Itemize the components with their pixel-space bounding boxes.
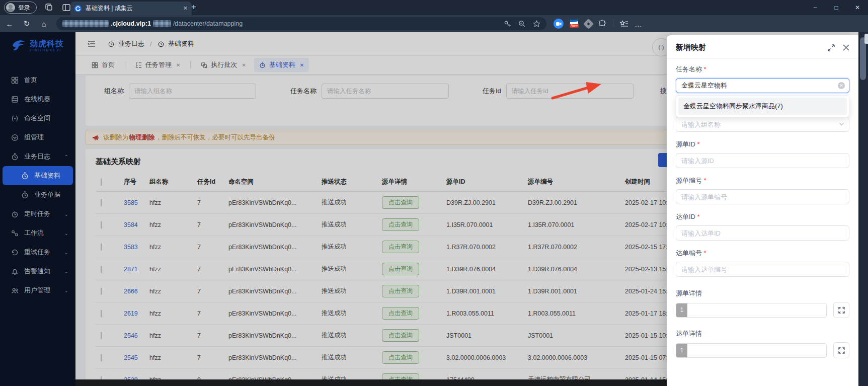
- autocomplete-option[interactable]: 金蝶云星空物料同步聚水潭商品(7): [678, 98, 847, 115]
- drawer-target-id-input[interactable]: [676, 225, 849, 241]
- group-select[interactable]: [676, 117, 849, 132]
- target-detail-label: 达单详情: [676, 329, 849, 338]
- browser-tab[interactable]: 基础资料 | 成集云 ✕: [70, 2, 192, 15]
- gray-extension-icon[interactable]: [583, 18, 594, 29]
- clear-input-icon[interactable]: ✕: [838, 82, 845, 89]
- login-label: 登录: [18, 4, 30, 12]
- zoom-out-icon[interactable]: [518, 20, 526, 28]
- source-id-label: 源单ID: [676, 140, 849, 149]
- browser-tabstrip: 登录 基础资料 | 成集云 ✕ + – □ ✕: [0, 0, 868, 15]
- task-name-label: 任务名称: [676, 65, 849, 74]
- url-censored-block: [62, 20, 109, 27]
- tab-close-icon[interactable]: ✕: [183, 5, 188, 12]
- window-minimize-button[interactable]: –: [805, 0, 826, 15]
- extensions-puzzle-icon[interactable]: [598, 20, 607, 28]
- clipped-extension-icon: [864, 34, 868, 44]
- drawer-task-name-input[interactable]: [676, 78, 849, 93]
- window-maximize-button[interactable]: □: [826, 0, 847, 15]
- line-number: 1: [676, 344, 687, 357]
- target-no-label: 达单编号: [676, 249, 849, 258]
- chevron-down-icon: [839, 121, 844, 127]
- browser-toolbar: ← ↻ ⌂ .cjcloud.vip:1 /datacenter/datamap…: [0, 15, 868, 32]
- add-mapping-drawer: 新增映射 任务名称 ✕ 金蝶云星空物料同步聚水潭商品(7): [667, 35, 858, 386]
- url-host: .cjcloud.vip:1: [111, 20, 151, 27]
- password-key-icon[interactable]: [504, 20, 511, 28]
- expand-drawer-icon[interactable]: [828, 44, 835, 51]
- source-detail-label: 源单详情: [676, 289, 849, 298]
- browser-profile-button[interactable]: 登录: [4, 2, 37, 14]
- favorites-bar-icon[interactable]: [619, 20, 628, 28]
- drawer-title: 新增映射: [676, 43, 820, 52]
- drawer-target-no-input[interactable]: [676, 262, 849, 277]
- new-tab-button[interactable]: +: [191, 2, 196, 12]
- meeting-extension-icon[interactable]: [554, 19, 564, 29]
- site-favicon: [74, 5, 82, 12]
- back-button[interactable]: ←: [2, 20, 17, 28]
- url-path: /datacenter/datamapping: [173, 20, 243, 27]
- screen: 登录 基础资料 | 成集云 ✕ + – □ ✕ ← ↻ ⌂: [0, 0, 868, 386]
- avatar: [6, 3, 15, 12]
- drawer-source-id-input[interactable]: [676, 153, 849, 168]
- vertical-tabs-icon[interactable]: [62, 3, 71, 12]
- favorite-star-icon[interactable]: [533, 20, 540, 28]
- line-number: 1: [676, 303, 687, 317]
- close-drawer-icon[interactable]: [843, 44, 849, 51]
- target-id-label: 达单ID: [676, 212, 849, 221]
- drawer-source-no-input[interactable]: [676, 189, 849, 204]
- home-button[interactable]: ⌂: [36, 20, 51, 28]
- autocomplete-dropdown: 金蝶云星空物料同步聚水潭商品(7): [676, 95, 849, 117]
- expand-target-detail-button[interactable]: [833, 342, 849, 358]
- more-menu-icon[interactable]: …: [635, 20, 642, 28]
- annotation-arrow: [551, 78, 604, 101]
- url-bar[interactable]: .cjcloud.vip:1 /datacenter/datamapping: [56, 17, 546, 30]
- drawer-body: 任务名称 ✕ 金蝶云星空物料同步聚水潭商品(7) 源单ID: [667, 59, 858, 358]
- window-controls: – □ ✕: [805, 0, 868, 15]
- refresh-button[interactable]: ↻: [19, 19, 34, 28]
- drawer-header: 新增映射: [667, 35, 858, 59]
- tab-groups-icon[interactable]: [45, 3, 54, 12]
- target-detail-editor[interactable]: 1: [676, 343, 827, 358]
- extensions-row: New …: [554, 19, 642, 29]
- expand-source-detail-button[interactable]: [833, 302, 849, 318]
- drawer-group-select-input[interactable]: [676, 117, 849, 132]
- page-scrollbar[interactable]: [858, 32, 868, 386]
- new-extension-icon[interactable]: New: [570, 20, 579, 28]
- window-close-button[interactable]: ✕: [847, 0, 868, 15]
- toolbar-divider: [613, 20, 613, 28]
- app-viewport: 劲虎科技 JINGHUKEJI 首页: [0, 32, 868, 386]
- url-censored-port: [153, 20, 171, 27]
- source-detail-editor[interactable]: 1: [676, 303, 827, 318]
- source-no-label: 源单编号: [676, 176, 849, 185]
- tab-title: 基础资料 | 成集云: [86, 4, 179, 13]
